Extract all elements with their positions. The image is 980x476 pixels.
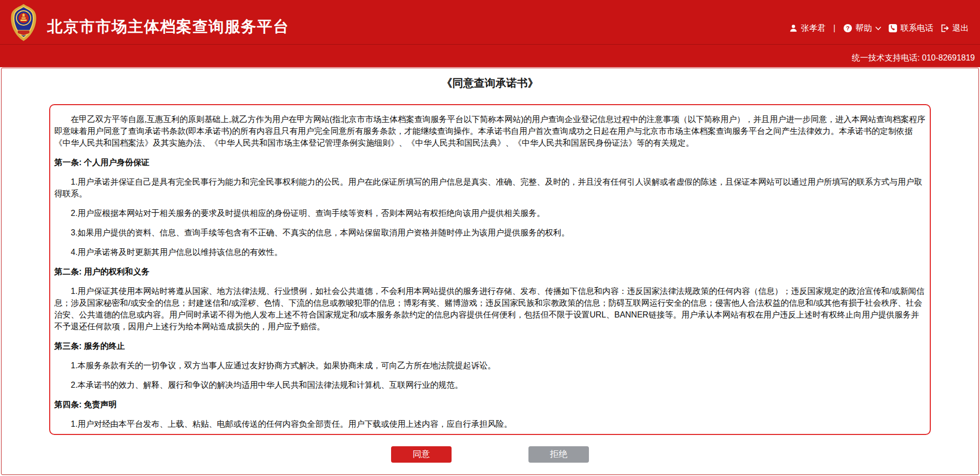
menu-separator: | <box>833 24 835 33</box>
chevron-down-icon <box>875 26 882 31</box>
agreement-paragraph: 3.如果用户提供的资料、信息、查询手续等包含有不正确、不真实的信息，本网站保留取… <box>54 227 926 239</box>
content-panel: 《同意查询承诺书》 在甲乙双方平等自愿,互惠互利的原则基础上,就乙方作为用户在甲… <box>1 68 979 475</box>
agreement-paragraph: 在甲乙双方平等自愿,互惠互利的原则基础上,就乙方作为用户在甲方网站(指北京市市场… <box>54 113 926 149</box>
agreement-paragraph: 2.用户应根据本网站对于相关服务的要求及时提供相应的身份证明、查询手续等资料，否… <box>54 207 926 219</box>
logout-menu[interactable]: 退出 <box>940 23 969 34</box>
agreement-section-heading: 第四条: 免责声明 <box>54 399 926 410</box>
action-buttons: 同意 拒绝 <box>2 446 978 463</box>
contact-phone-menu[interactable]: 联系电话 <box>888 23 933 34</box>
svg-text:?: ? <box>846 25 849 31</box>
app-header: 北京市市场主体档案查询服务平台 张孝君 | ? 帮助 <box>0 0 980 44</box>
logout-label: 退出 <box>952 23 969 34</box>
agreement-paragraph: 2.本承诺书的效力、解释、履行和争议的解决均适用中华人民共和国法律法规和计算机、… <box>54 379 926 391</box>
agreement-section-heading: 第三条: 服务的终止 <box>54 340 926 352</box>
user-menu[interactable]: 张孝君 <box>789 23 826 34</box>
agreement-paragraph: 1.用户保证其使用本网站时将遵从国家、地方法律法规、行业惯例，如社会公共道德，不… <box>54 285 926 332</box>
page-title: 北京市市场主体档案查询服务平台 <box>47 16 290 37</box>
agreement-paragraph: 1.本服务条款有关的一切争议，双方当事人应通过友好协商方式解决。如果协商未成，可… <box>54 360 926 371</box>
agreement-paragraph: 1.用户承诺并保证自己是具有完全民事行为能力和完全民事权利能力的公民。用户在此保… <box>54 176 926 200</box>
agreement-paragraph: 1.用户对经由本平台发布、上载、粘贴、电邮或传送的任何内容负全部责任。用户下载或… <box>54 418 926 430</box>
agreement-title: 《同意查询承诺书》 <box>2 76 978 90</box>
support-bar: 统一技术支持电话: 010-82691819 <box>0 44 980 67</box>
user-name: 张孝君 <box>801 23 826 34</box>
agree-button[interactable]: 同意 <box>391 446 452 463</box>
reject-button[interactable]: 拒绝 <box>528 446 589 463</box>
saic-badge-logo-icon <box>7 4 40 44</box>
help-label: 帮助 <box>855 23 872 34</box>
agreement-section-heading: 第二条: 用户的权利和义务 <box>54 266 926 277</box>
help-menu[interactable]: ? 帮助 <box>843 23 882 34</box>
phone-icon <box>888 24 897 33</box>
agreement-paragraph: 4.用户承诺将及时更新其用户信息以维持该信息的有效性。 <box>54 246 926 258</box>
user-icon <box>789 24 798 33</box>
help-icon: ? <box>843 24 852 33</box>
contact-phone-label: 联系电话 <box>901 23 933 34</box>
logout-icon <box>940 24 949 33</box>
header-menu: 张孝君 | ? 帮助 联系电话 <box>789 23 969 34</box>
brand: 北京市市场主体档案查询服务平台 <box>7 4 290 44</box>
agreement-box: 在甲乙双方平等自愿,互惠互利的原则基础上,就乙方作为用户在甲方网站(指北京市市场… <box>49 104 931 435</box>
support-phone-text: 统一技术支持电话: 010-82691819 <box>852 53 975 64</box>
agreement-section-heading: 第一条: 个人用户身份保证 <box>54 156 926 168</box>
